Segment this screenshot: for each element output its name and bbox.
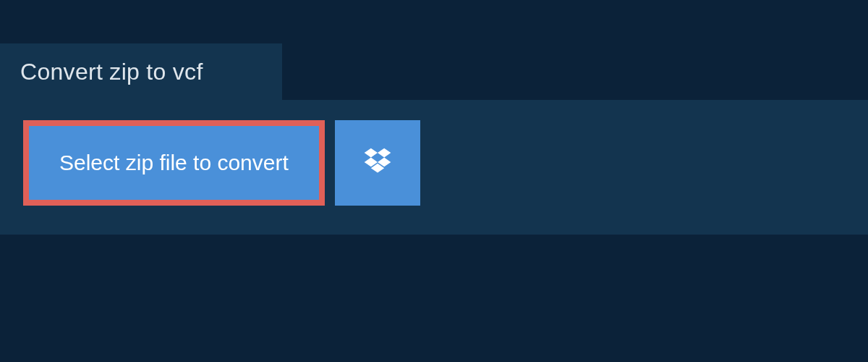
button-row: Select zip file to convert: [23, 120, 845, 206]
dropbox-button[interactable]: [335, 120, 420, 206]
tab-header: Convert zip to vcf: [0, 43, 282, 100]
upload-panel: Select zip file to convert: [0, 100, 868, 235]
dropbox-icon: [362, 146, 393, 180]
select-file-button[interactable]: Select zip file to convert: [23, 120, 325, 206]
tab-title: Convert zip to vcf: [20, 59, 203, 85]
select-file-label: Select zip file to convert: [59, 151, 289, 175]
